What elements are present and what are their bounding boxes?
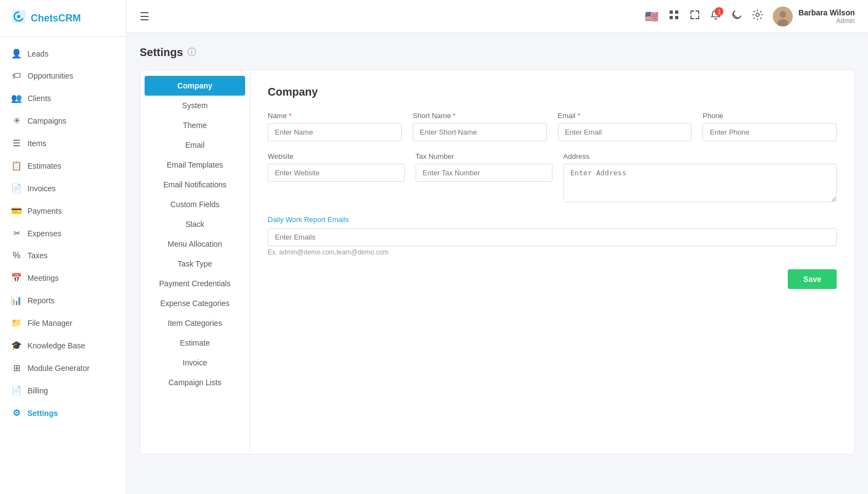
sidebar-item-meetings[interactable]: 📅 Meetings — [0, 267, 126, 289]
svg-rect-5 — [675, 16, 678, 19]
logo[interactable]: ChetsCRM — [0, 0, 126, 37]
info-icon[interactable]: ⓘ — [187, 47, 196, 58]
daily-report-label: Daily Work Report Emails — [268, 215, 837, 224]
settings-nav-item-categories[interactable]: Item Categories — [140, 313, 250, 333]
topbar-left: ☰ — [140, 10, 150, 23]
module-generator-icon: ⊞ — [11, 363, 22, 373]
sidebar-item-module-generator[interactable]: ⊞ Module Generator — [0, 357, 126, 379]
settings-nav-campaign-lists[interactable]: Campaign Lists — [140, 373, 250, 392]
sidebar-item-settings-label: Settings — [27, 409, 58, 418]
settings-nav-slack[interactable]: Slack — [140, 214, 250, 234]
language-flag-icon[interactable]: 🇺🇸 — [645, 10, 659, 23]
settings-nav-theme[interactable]: Theme — [140, 115, 250, 135]
save-button[interactable]: Save — [788, 269, 837, 289]
page-title-row: Settings ⓘ — [140, 46, 855, 59]
svg-point-6 — [756, 13, 759, 16]
settings-nav-custom-fields[interactable]: Custom Fields — [140, 195, 250, 214]
settings-nav-expense-categories[interactable]: Expense Categories — [140, 293, 250, 313]
opportunities-icon: 🏷 — [11, 71, 22, 81]
settings-nav-invoice[interactable]: Invoice — [140, 353, 250, 373]
sidebar-item-knowledge-base[interactable]: 🎓 Knowledge Base — [0, 334, 126, 357]
settings-sidebar: Company System Theme Email Email Templat… — [140, 70, 250, 454]
daily-report-section: Daily Work Report Emails Ex. admin@demo.… — [268, 215, 837, 256]
sidebar-item-estimates[interactable]: 📋 Estimates — [0, 154, 126, 177]
form-group-short-name: Short Name * — [413, 112, 547, 141]
sidebar-item-meetings-label: Meetings — [27, 274, 59, 282]
settings-nav-email-templates[interactable]: Email Templates — [140, 155, 250, 175]
sidebar-item-leads[interactable]: 👤 Leads — [0, 42, 126, 65]
form-row-1: Name * Short Name * Email * — [268, 112, 837, 141]
notification-count-badge: 1 — [715, 7, 723, 16]
address-label: Address — [563, 152, 837, 160]
address-textarea[interactable] — [563, 164, 837, 202]
sidebar-item-opportunities[interactable]: 🏷 Opportunities — [0, 65, 126, 87]
svg-rect-3 — [675, 10, 678, 14]
sidebar-item-file-manager[interactable]: 📁 File Manager — [0, 312, 126, 334]
apps-grid-icon[interactable] — [668, 9, 679, 23]
settings-nav-company[interactable]: Company — [145, 76, 245, 96]
sidebar-item-reports[interactable]: 📊 Reports — [0, 289, 126, 312]
sidebar-item-clients-label: Clients — [27, 94, 51, 103]
website-input[interactable] — [268, 164, 405, 182]
sidebar-item-expenses-label: Expenses — [27, 229, 61, 238]
settings-nav-email[interactable]: Email — [140, 135, 250, 155]
email-input[interactable] — [558, 123, 692, 141]
hamburger-button[interactable]: ☰ — [140, 10, 150, 23]
items-icon: ☰ — [11, 138, 22, 148]
short-name-input[interactable] — [413, 123, 547, 141]
clients-icon: 👥 — [11, 93, 22, 103]
phone-label: Phone — [703, 112, 837, 120]
svg-rect-2 — [670, 10, 673, 14]
sidebar-item-expenses[interactable]: ✂ Expenses — [0, 222, 126, 245]
settings-nav-system[interactable]: System — [140, 96, 250, 115]
page-title: Settings — [140, 46, 183, 59]
phone-input[interactable] — [703, 123, 837, 141]
gear-icon[interactable] — [752, 9, 763, 23]
expand-icon[interactable] — [689, 9, 700, 23]
emails-input[interactable] — [268, 228, 837, 246]
form-group-email: Email * — [558, 112, 692, 141]
form-group-phone: Phone — [703, 112, 837, 141]
form-group-website: Website — [268, 152, 405, 204]
settings-nav-estimate[interactable]: Estimate — [140, 333, 250, 353]
settings-nav-task-type[interactable]: Task Type — [140, 254, 250, 274]
name-input[interactable] — [268, 123, 402, 141]
logo-icon — [11, 9, 26, 27]
sidebar-item-taxes[interactable]: % Taxes — [0, 245, 126, 267]
sidebar-item-module-generator-label: Module Generator — [27, 364, 90, 373]
leads-icon: 👤 — [11, 48, 22, 59]
settings-form-area: Company Name * Short Name * — [250, 70, 854, 454]
form-group-address: Address — [563, 152, 837, 204]
notification-bell-icon[interactable]: 1 — [710, 9, 721, 23]
estimates-icon: 📋 — [11, 160, 22, 171]
settings-icon: ⚙ — [11, 408, 22, 418]
sidebar-item-payments[interactable]: 💳 Payments — [0, 199, 126, 222]
tax-number-input[interactable] — [416, 164, 552, 182]
settings-nav-payment-credentials[interactable]: Payment Credentials — [140, 274, 250, 293]
tax-number-label: Tax Number — [416, 152, 552, 160]
expenses-icon: ✂ — [11, 228, 22, 238]
user-info: Barbara Wilson Admin — [798, 8, 855, 25]
settings-nav-menu-allocation[interactable]: Menu Allocation — [140, 234, 250, 254]
settings-nav-email-notifications[interactable]: Email Notifications — [140, 175, 250, 195]
sidebar-item-taxes-label: Taxes — [27, 251, 48, 260]
name-required: * — [289, 112, 291, 120]
main-area: ☰ 🇺🇸 1 — [126, 0, 868, 494]
meetings-icon: 📅 — [11, 273, 22, 283]
logo-text: ChetsCRM — [31, 13, 81, 24]
form-group-tax-number: Tax Number — [416, 152, 552, 204]
sidebar-item-clients[interactable]: 👥 Clients — [0, 87, 126, 109]
sidebar-item-invoices[interactable]: 📄 Invoices — [0, 177, 126, 199]
dark-mode-icon[interactable] — [731, 9, 742, 23]
payments-icon: 💳 — [11, 206, 22, 216]
sidebar-item-settings[interactable]: ⚙ Settings — [0, 402, 126, 424]
campaigns-icon: ✳ — [11, 115, 22, 126]
form-group-name: Name * — [268, 112, 402, 141]
sidebar-item-items[interactable]: ☰ Items — [0, 132, 126, 154]
email-label: Email * — [558, 112, 692, 120]
website-label: Website — [268, 152, 405, 160]
sidebar-item-campaigns[interactable]: ✳ Campaigns — [0, 109, 126, 132]
knowledge-base-icon: 🎓 — [11, 340, 22, 351]
sidebar-item-billing[interactable]: 📄 Billing — [0, 379, 126, 402]
user-profile[interactable]: Barbara Wilson Admin — [773, 7, 855, 26]
